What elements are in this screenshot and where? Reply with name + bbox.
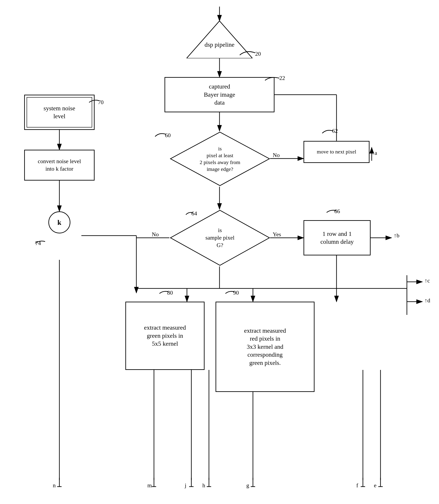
- diamond1-no-label: No: [273, 152, 280, 158]
- connector-a-line: [368, 145, 379, 163]
- connector-b: ↑b: [394, 232, 399, 239]
- convert-noise-label: convert noise levelinto k factor: [38, 158, 81, 173]
- diamond2-no-label: No: [152, 231, 159, 238]
- ref-74-line: [34, 239, 46, 245]
- move-next-pixel-label: move to next pixel: [317, 148, 356, 155]
- system-noise-box: system noiselevel: [24, 95, 95, 130]
- ref-60-line: [154, 131, 167, 138]
- extract-green-label: extract measuredgreen pixels in5x5 kerne…: [144, 324, 186, 348]
- connector-c: ↑c: [425, 277, 430, 284]
- row-column-delay-label: 1 row and 1column delay: [320, 230, 354, 246]
- move-next-pixel-box: move to next pixel: [304, 141, 369, 163]
- extract-red-label: extract measuredred pixels in3x3 kernel …: [244, 327, 286, 367]
- dsp-pipeline-label: dsp pipeline: [205, 41, 234, 48]
- captured-bayer-box: capturedBayer imagedata: [165, 77, 274, 112]
- ref-80-line: [158, 290, 169, 294]
- diamond2-yes-label: Yes: [273, 231, 281, 238]
- bottom-connectors: [0, 476, 439, 493]
- diamond-sample-g: issample pixelG?: [169, 209, 270, 266]
- row-column-delay-box: 1 row and 1column delay: [304, 220, 371, 255]
- ref-70-line: [88, 98, 100, 103]
- k-circle: k: [49, 211, 70, 233]
- ref-22-line: [264, 75, 281, 81]
- ref-66-line: [326, 208, 338, 214]
- ref-64-line: [185, 210, 194, 216]
- flowchart-diagram: dsp pipeline 20 capturedBayer imagedata …: [0, 0, 439, 504]
- diamond-sample-g-label: issample pixelG?: [206, 227, 234, 248]
- diamond-pixel-away: ispixel at least2 pixels away fromimage …: [169, 131, 270, 187]
- captured-bayer-label: capturedBayer imagedata: [204, 83, 235, 107]
- ref-62-line: [321, 128, 334, 134]
- extract-red-box: extract measuredred pixels in3x3 kernel …: [216, 302, 315, 392]
- ref-20-line: [238, 49, 259, 57]
- diamond-pixel-away-label: ispixel at least2 pixels away fromimage …: [200, 145, 240, 172]
- ref-90-line: [224, 290, 235, 294]
- k-label: k: [57, 219, 61, 227]
- extract-green-box: extract measuredgreen pixels in5x5 kerne…: [125, 302, 205, 370]
- convert-noise-box: convert noise levelinto k factor: [24, 150, 95, 181]
- connector-d: ↑d: [425, 297, 430, 304]
